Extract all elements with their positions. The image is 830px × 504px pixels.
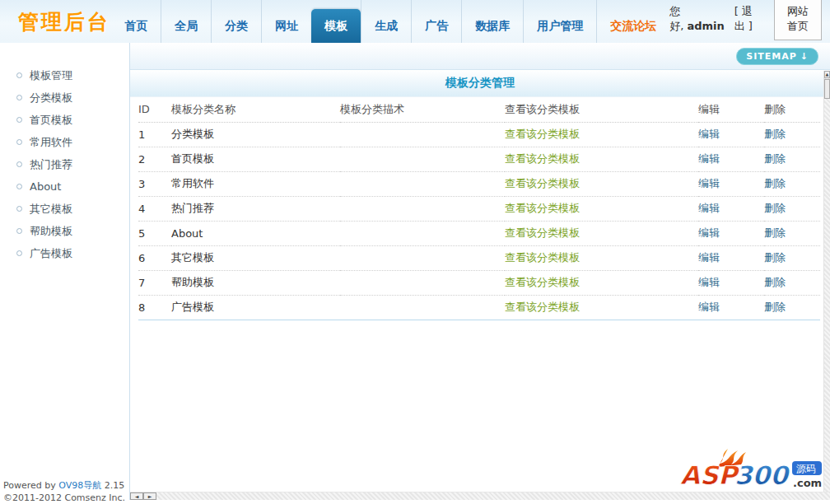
delete-link[interactable]: 删除 (764, 177, 786, 189)
view-category-link[interactable]: 查看该分类模板 (505, 226, 580, 239)
edit-link[interactable]: 编辑 (698, 301, 720, 313)
admin-page: 管理后台 首页全局分类网址模板生成广告数据库用户管理交流论坛 您好,admin … (0, 0, 830, 504)
header-edit: 编辑 (698, 97, 764, 122)
row-name: 广告模板 (171, 295, 340, 320)
body-row: 模板管理 分类模板 首页模板 常用软件 热门推荐 About 其它模板 帮助模板… (0, 43, 830, 500)
scroll-up-icon[interactable]: ▲ (824, 71, 830, 78)
delete-link[interactable]: 删除 (764, 202, 786, 214)
vertical-scroll-thumb[interactable] (824, 79, 830, 99)
edit-link[interactable]: 编辑 (698, 202, 720, 214)
svg-text:300: 300 (734, 460, 790, 490)
row-name: About (171, 221, 340, 245)
edit-link[interactable]: 编辑 (698, 251, 720, 264)
copyright-line: ©2011-2012 Comsenz Inc. (3, 492, 130, 504)
bullet-icon (16, 161, 22, 167)
table-row: 3 常用软件 查看该分类模板 编辑 删除 (138, 171, 820, 196)
view-category-link[interactable]: 查看该分类模板 (505, 202, 580, 214)
svg-text:ASP: ASP (680, 460, 740, 490)
sidebar-item-3[interactable]: 常用软件 (16, 131, 129, 153)
row-id: 2 (138, 147, 171, 171)
row-name: 常用软件 (171, 171, 340, 196)
delete-link[interactable]: 删除 (764, 276, 786, 288)
sidebar-list: 模板管理 分类模板 首页模板 常用软件 热门推荐 About 其它模板 帮助模板… (0, 43, 129, 264)
sidebar: 模板管理 分类模板 首页模板 常用软件 热门推荐 About 其它模板 帮助模板… (0, 43, 130, 500)
header-desc: 模板分类描术 (340, 97, 505, 122)
sidebar-item-7[interactable]: 帮助模板 (16, 220, 129, 242)
site-home-button[interactable]: 网站首页 (774, 0, 822, 40)
view-category-link[interactable]: 查看该分类模板 (505, 251, 580, 264)
page-title: 模板分类管理 (130, 70, 830, 97)
row-id: 5 (138, 221, 171, 245)
table-row: 1 分类模板 查看该分类模板 编辑 删除 (138, 122, 820, 147)
sidebar-item-4[interactable]: 热门推荐 (16, 153, 129, 175)
nav-item-4[interactable]: 模板 (311, 9, 361, 43)
row-desc (340, 245, 505, 270)
view-category-link[interactable]: 查看该分类模板 (505, 152, 580, 165)
asp300-watermark: ASP 300 源码 .com (678, 447, 823, 497)
bullet-icon (16, 117, 22, 123)
nav-item-7[interactable]: 数据库 (461, 0, 523, 43)
sidebar-item-1[interactable]: 分类模板 (16, 86, 129, 109)
row-desc (340, 171, 505, 196)
username: admin (687, 20, 724, 32)
nav-item-2[interactable]: 分类 (211, 0, 261, 43)
delete-link[interactable]: 删除 (764, 152, 786, 165)
logout-link[interactable]: [ 退出 ] (734, 4, 761, 34)
down-arrow-icon: ↓ (800, 51, 809, 62)
nav-item-0[interactable]: 首页 (111, 0, 161, 43)
edit-link[interactable]: 编辑 (698, 276, 720, 288)
svg-text:.com: .com (793, 477, 822, 489)
view-category-link[interactable]: 查看该分类模板 (505, 177, 580, 189)
nav-item-8[interactable]: 用户管理 (523, 0, 596, 43)
delete-link[interactable]: 删除 (764, 128, 786, 140)
delete-link[interactable]: 删除 (764, 226, 786, 239)
empty-space (130, 320, 830, 444)
sidebar-item-5[interactable]: About (16, 175, 129, 198)
bullet-icon (16, 139, 22, 145)
delete-link[interactable]: 删除 (764, 301, 786, 313)
table-header-row: ID 模板分类名称 模板分类描术 查看该分类模板 编辑 删除 (138, 97, 820, 122)
scroll-left-icon[interactable]: ◄ (130, 492, 143, 500)
bullet-icon (16, 184, 22, 189)
sidebar-item-6[interactable]: 其它模板 (16, 198, 129, 220)
nav-item-9[interactable]: 交流论坛 (596, 0, 669, 43)
category-table-wrap: ID 模板分类名称 模板分类描术 查看该分类模板 编辑 删除 1 分类模板 查看… (130, 97, 830, 320)
main-content: SITEMAP ↓ 模板分类管理 ID 模板分类名称 模板分类描术 (130, 43, 830, 500)
table-row: 2 首页模板 查看该分类模板 编辑 删除 (138, 147, 820, 171)
user-area: 您好,admin [ 退出 ] 网站首页 (669, 0, 830, 43)
header-id: ID (138, 97, 171, 122)
edit-link[interactable]: 编辑 (698, 226, 720, 239)
bullet-icon (16, 228, 22, 234)
vertical-scrollbar[interactable]: ▲ (823, 71, 830, 492)
view-category-link[interactable]: 查看该分类模板 (505, 276, 580, 288)
nav-item-6[interactable]: 广告 (411, 0, 461, 43)
view-category-link[interactable]: 查看该分类模板 (505, 301, 580, 313)
sitemap-button[interactable]: SITEMAP ↓ (736, 48, 818, 65)
sidebar-item-0[interactable]: 模板管理 (16, 64, 129, 86)
row-desc (340, 122, 505, 147)
edit-link[interactable]: 编辑 (698, 152, 720, 165)
sidebar-item-8[interactable]: 广告模板 (16, 242, 129, 264)
sidebar-item-2[interactable]: 首页模板 (16, 109, 129, 131)
table-row: 8 广告模板 查看该分类模板 编辑 删除 (138, 295, 820, 320)
content-toolbar: SITEMAP ↓ (130, 43, 830, 70)
nav-item-1[interactable]: 全局 (161, 0, 211, 43)
edit-link[interactable]: 编辑 (698, 177, 720, 189)
bullet-icon (16, 95, 22, 100)
header-view: 查看该分类模板 (505, 97, 698, 122)
view-category-link[interactable]: 查看该分类模板 (505, 128, 580, 140)
nav-item-5[interactable]: 生成 (361, 0, 411, 43)
bullet-icon (16, 206, 22, 212)
nav-item-3[interactable]: 网址 (261, 0, 311, 43)
row-desc (340, 147, 505, 171)
scroll-right-icon[interactable]: ► (143, 492, 156, 500)
powered-link[interactable]: OV98导航 (58, 480, 101, 491)
header-name: 模板分类名称 (171, 97, 340, 122)
main-nav: 首页全局分类网址模板生成广告数据库用户管理交流论坛 (111, 0, 669, 43)
delete-link[interactable]: 删除 (764, 251, 786, 264)
row-name: 其它模板 (171, 245, 340, 270)
row-id: 3 (138, 171, 171, 196)
row-name: 分类模板 (171, 122, 340, 147)
edit-link[interactable]: 编辑 (698, 128, 720, 140)
row-name: 首页模板 (171, 147, 340, 171)
